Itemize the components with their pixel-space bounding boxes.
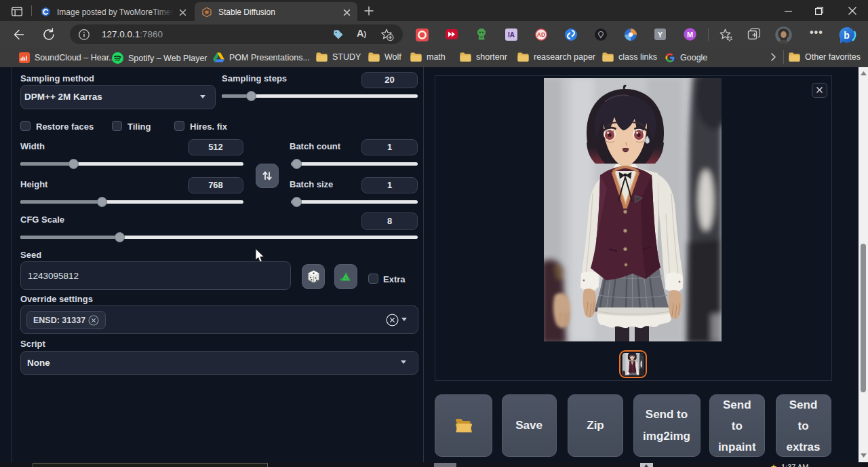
svg-text:b: b (844, 30, 850, 41)
svg-text:IA: IA (508, 31, 515, 39)
svg-text:M: M (687, 31, 693, 39)
svg-text:Y: Y (658, 31, 663, 39)
svg-text:AD: AD (537, 31, 545, 38)
